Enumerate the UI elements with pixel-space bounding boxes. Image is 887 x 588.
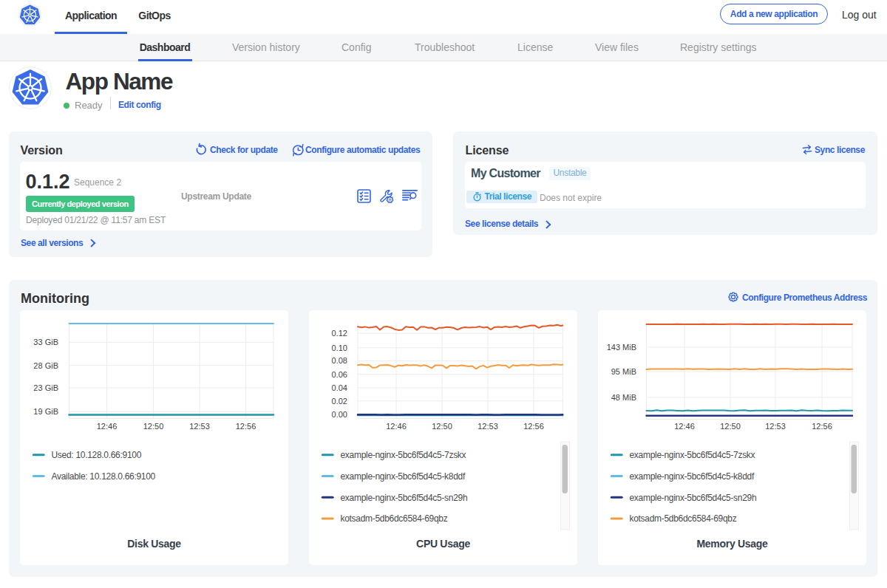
svg-text:0.04: 0.04 (332, 383, 347, 392)
svg-text:19 GiB: 19 GiB (33, 407, 58, 416)
svg-text:12:53: 12:53 (189, 422, 210, 431)
svg-text:12:46: 12:46 (386, 422, 407, 431)
svg-text:0.00: 0.00 (332, 410, 347, 419)
svg-text:Memory Usage: Memory Usage (697, 538, 769, 550)
svg-text:example-nginx-5bc6f5d4c5-7zskx: example-nginx-5bc6f5d4c5-7zskx (341, 450, 466, 460)
svg-text:example-nginx-5bc6f5d4c5-k8ddf: example-nginx-5bc6f5d4c5-k8ddf (630, 471, 755, 482)
svg-text:Disk Usage: Disk Usage (127, 538, 181, 550)
svg-text:12:56: 12:56 (812, 422, 832, 431)
svg-text:0.08: 0.08 (332, 356, 347, 365)
svg-text:95 MiB: 95 MiB (611, 367, 636, 376)
svg-text:12:56: 12:56 (236, 422, 256, 431)
svg-text:0.06: 0.06 (332, 370, 347, 379)
svg-text:12:53: 12:53 (765, 422, 786, 431)
svg-text:example-nginx-5bc6f5d4c5-sn29h: example-nginx-5bc6f5d4c5-sn29h (630, 493, 757, 503)
svg-text:12:46: 12:46 (97, 422, 118, 431)
svg-text:Used: 10.128.0.66:9100: Used: 10.128.0.66:9100 (52, 450, 142, 460)
svg-text:Available: 10.128.0.66:9100: Available: 10.128.0.66:9100 (52, 471, 156, 482)
svg-text:143 MiB: 143 MiB (607, 343, 636, 352)
svg-text:12:50: 12:50 (432, 422, 452, 431)
svg-text:23 GiB: 23 GiB (33, 383, 58, 392)
svg-text:12:50: 12:50 (720, 422, 741, 431)
svg-text:12:53: 12:53 (478, 422, 498, 431)
svg-text:kotsadm-5db6dc6584-69qbz: kotsadm-5db6dc6584-69qbz (630, 513, 737, 524)
svg-text:28 GiB: 28 GiB (33, 361, 58, 370)
svg-text:example-nginx-5bc6f5d4c5-k8ddf: example-nginx-5bc6f5d4c5-k8ddf (341, 471, 466, 482)
svg-text:48 MiB: 48 MiB (611, 393, 636, 402)
svg-text:kotsadm-5db6dc6584-69qbz: kotsadm-5db6dc6584-69qbz (341, 513, 448, 524)
svg-text:0.02: 0.02 (332, 397, 347, 406)
svg-text:33 GiB: 33 GiB (33, 338, 58, 346)
svg-text:0.12: 0.12 (332, 329, 347, 338)
svg-text:12:56: 12:56 (523, 422, 544, 431)
svg-text:example-nginx-5bc6f5d4c5-7zskx: example-nginx-5bc6f5d4c5-7zskx (630, 450, 755, 460)
svg-text:0.10: 0.10 (332, 343, 347, 352)
svg-text:example-nginx-5bc6f5d4c5-sn29h: example-nginx-5bc6f5d4c5-sn29h (341, 493, 468, 503)
svg-text:CPU Usage: CPU Usage (416, 538, 470, 550)
svg-text:12:46: 12:46 (674, 422, 695, 431)
svg-text:12:50: 12:50 (143, 422, 164, 431)
